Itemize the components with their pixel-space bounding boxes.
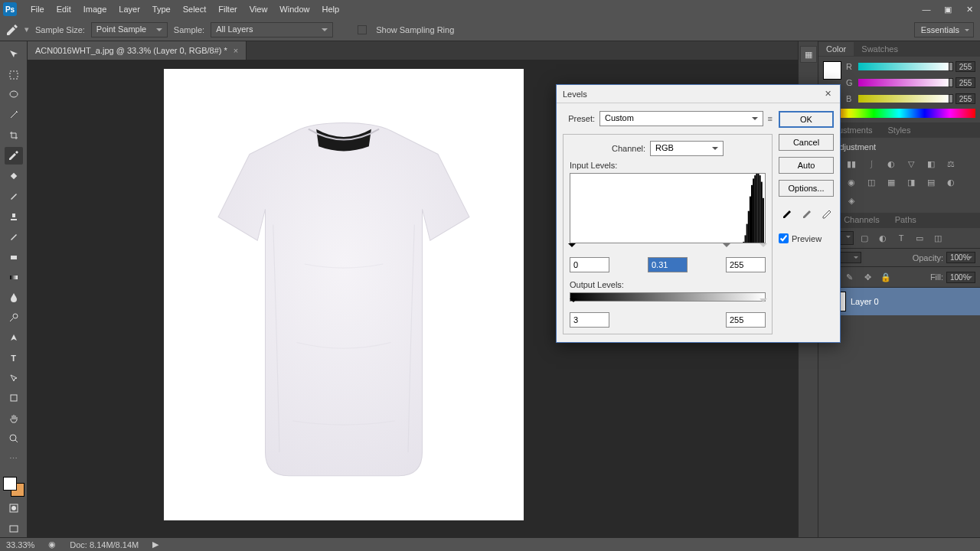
stamp-tool[interactable] bbox=[5, 207, 23, 224]
output-gradient[interactable] bbox=[570, 292, 766, 302]
input-slider[interactable] bbox=[570, 246, 766, 254]
color-swatches[interactable] bbox=[3, 477, 24, 497]
edit-toolbar[interactable]: ⋯ bbox=[5, 450, 23, 467]
white-sampler-icon[interactable] bbox=[818, 207, 834, 223]
output-slider[interactable] bbox=[570, 302, 766, 309]
output-black-handle[interactable] bbox=[570, 298, 577, 306]
document-tab[interactable]: ACN0016WHT_a.jpg @ 33.3% (Layer 0, RGB/8… bbox=[28, 41, 247, 60]
foreground-color-swatch[interactable] bbox=[3, 477, 17, 491]
threshold-icon[interactable]: ◐ bbox=[942, 174, 959, 190]
options-button[interactable]: Options... bbox=[779, 180, 834, 197]
output-black-field[interactable] bbox=[570, 312, 609, 328]
lock-position-icon[interactable]: ✥ bbox=[860, 270, 875, 284]
type-tool[interactable]: T bbox=[5, 349, 23, 366]
channel-mixer-icon[interactable]: ◫ bbox=[863, 174, 880, 190]
b-slider[interactable] bbox=[858, 95, 951, 103]
brush-tool[interactable] bbox=[5, 187, 23, 204]
dialog-titlebar[interactable]: Levels ✕ bbox=[557, 85, 840, 103]
vibrance-icon[interactable]: ▽ bbox=[903, 156, 920, 171]
filter-pixel-icon[interactable]: ▢ bbox=[857, 231, 872, 245]
menu-view[interactable]: View bbox=[243, 2, 274, 17]
curves-icon[interactable]: ⎰ bbox=[863, 156, 880, 171]
color-preview[interactable] bbox=[823, 61, 841, 80]
screen-mode[interactable] bbox=[5, 520, 23, 536]
input-white-field[interactable] bbox=[726, 257, 766, 272]
output-white-field[interactable] bbox=[726, 312, 766, 328]
hue-icon[interactable]: ◧ bbox=[923, 156, 939, 171]
exposure-icon[interactable]: ◐ bbox=[883, 156, 900, 171]
g-value[interactable]: 255 bbox=[956, 77, 975, 88]
dodge-tool[interactable] bbox=[5, 308, 23, 325]
blur-tool[interactable] bbox=[5, 289, 23, 305]
preset-select[interactable]: Custom bbox=[599, 111, 763, 126]
styles-tab[interactable]: Styles bbox=[880, 123, 919, 137]
channel-select[interactable]: RGB bbox=[650, 141, 724, 156]
menu-image[interactable]: Image bbox=[77, 2, 113, 17]
cancel-button[interactable]: Cancel bbox=[779, 134, 834, 151]
lock-pixels-icon[interactable]: ✎ bbox=[841, 270, 857, 284]
invert-icon[interactable]: ◨ bbox=[903, 174, 920, 190]
maximize-button[interactable]: ▣ bbox=[937, 2, 959, 17]
filter-smart-icon[interactable]: ◫ bbox=[930, 231, 946, 245]
marquee-tool[interactable] bbox=[5, 66, 23, 83]
menu-file[interactable]: File bbox=[24, 2, 51, 17]
lookup-icon[interactable]: ▦ bbox=[883, 174, 900, 190]
fill-select[interactable]: 100% bbox=[946, 272, 975, 283]
gamma-handle[interactable] bbox=[723, 243, 730, 251]
filter-adjustment-icon[interactable]: ◐ bbox=[875, 231, 890, 245]
input-black-field[interactable] bbox=[570, 257, 609, 272]
black-sampler-icon[interactable] bbox=[779, 207, 794, 223]
gradient-tool[interactable] bbox=[5, 269, 23, 285]
output-white-handle[interactable] bbox=[760, 298, 767, 306]
close-icon[interactable]: × bbox=[234, 46, 238, 55]
levels-icon[interactable]: ▮▮ bbox=[843, 156, 860, 171]
move-tool[interactable] bbox=[5, 46, 23, 63]
black-point-handle[interactable] bbox=[568, 243, 576, 251]
minimize-button[interactable]: — bbox=[916, 2, 937, 17]
preview-checkbox-input[interactable] bbox=[779, 233, 789, 243]
workspace-select[interactable]: Essentials bbox=[914, 22, 974, 37]
opacity-select[interactable]: 100% bbox=[946, 252, 975, 263]
ok-button[interactable]: OK bbox=[779, 111, 834, 128]
menu-select[interactable]: Select bbox=[177, 2, 213, 17]
menu-type[interactable]: Type bbox=[146, 2, 177, 17]
channels-tab[interactable]: Channels bbox=[836, 213, 887, 228]
path-select-tool[interactable] bbox=[5, 370, 23, 386]
sample-size-select[interactable]: Point Sample bbox=[91, 22, 168, 37]
layer-row[interactable]: Layer 0 bbox=[818, 288, 980, 315]
zoom-tool[interactable] bbox=[5, 430, 23, 447]
paths-tab[interactable]: Paths bbox=[887, 213, 924, 228]
balance-icon[interactable]: ⚖ bbox=[942, 156, 959, 171]
selective-icon[interactable]: ◈ bbox=[843, 193, 860, 208]
menu-layer[interactable]: Layer bbox=[113, 2, 146, 17]
gray-sampler-icon[interactable] bbox=[799, 207, 814, 223]
history-panel-icon[interactable]: ▦ bbox=[800, 46, 817, 63]
crop-tool[interactable] bbox=[5, 127, 23, 144]
quickmask-toggle[interactable] bbox=[5, 500, 23, 517]
history-brush-tool[interactable] bbox=[5, 228, 23, 245]
menu-window[interactable]: Window bbox=[273, 2, 315, 17]
healing-tool[interactable] bbox=[5, 168, 23, 184]
preview-checkbox[interactable]: Preview bbox=[779, 233, 834, 243]
filter-shape-icon[interactable]: ▭ bbox=[912, 231, 927, 245]
pen-tool[interactable] bbox=[5, 329, 23, 346]
g-slider[interactable] bbox=[858, 79, 951, 86]
menu-help[interactable]: Help bbox=[315, 2, 345, 17]
histogram[interactable] bbox=[570, 173, 766, 243]
posterize-icon[interactable]: ▤ bbox=[923, 174, 939, 190]
menu-filter[interactable]: Filter bbox=[212, 2, 243, 17]
close-icon[interactable]: ✕ bbox=[822, 88, 834, 100]
color-tab[interactable]: Color bbox=[818, 42, 854, 56]
auto-button[interactable]: Auto bbox=[779, 157, 834, 174]
eyedropper-tool[interactable] bbox=[5, 147, 23, 164]
chevron-right-icon[interactable]: ▶ bbox=[152, 540, 158, 549]
input-gamma-field[interactable] bbox=[648, 257, 688, 272]
hand-tool[interactable] bbox=[5, 410, 23, 427]
magic-wand-tool[interactable] bbox=[5, 106, 23, 123]
swatches-tab[interactable]: Swatches bbox=[854, 42, 906, 56]
filter-type-icon[interactable]: T bbox=[893, 231, 909, 245]
preset-menu-icon[interactable]: ≡ bbox=[768, 114, 773, 123]
eraser-tool[interactable] bbox=[5, 248, 23, 265]
layer-name[interactable]: Layer 0 bbox=[851, 297, 879, 306]
lock-all-icon[interactable]: 🔒 bbox=[878, 270, 893, 284]
